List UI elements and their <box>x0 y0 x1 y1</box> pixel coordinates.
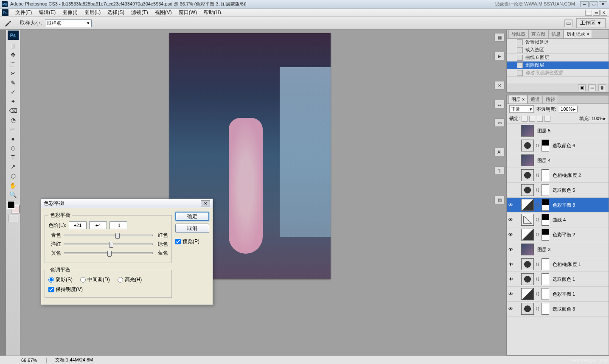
level-input-2[interactable] <box>89 221 107 229</box>
opacity-input[interactable]: 100%▸ <box>559 106 578 112</box>
tool-2[interactable]: ⬚ <box>8 59 19 69</box>
tab-navigator[interactable]: 导航器 <box>508 30 528 38</box>
history-delete-button[interactable]: 🗑 <box>598 84 606 91</box>
layer-thumbnail[interactable] <box>521 154 534 166</box>
layer-name[interactable]: 色彩平衡 2 <box>551 232 608 238</box>
link-icon[interactable]: ⛓ <box>536 307 540 311</box>
visibility-toggle[interactable] <box>508 157 514 163</box>
tool-9[interactable]: ▭ <box>8 125 19 134</box>
link-icon[interactable]: ⛓ <box>536 143 540 148</box>
visibility-toggle[interactable] <box>508 172 514 178</box>
history-item[interactable]: 设置帧延迟 <box>507 39 609 46</box>
history-new-snapshot-button[interactable]: ▣ <box>578 84 586 91</box>
visibility-toggle[interactable]: 👁 <box>508 276 514 282</box>
window-close-button[interactable]: ✕ <box>599 1 607 7</box>
menu-view[interactable]: 视图(V) <box>152 9 175 16</box>
layer-row[interactable]: 👁⛓选取颜色 3 <box>507 302 609 316</box>
color-swatches[interactable] <box>7 201 19 213</box>
visibility-toggle[interactable] <box>508 128 514 134</box>
cyan-red-slider[interactable] <box>64 235 153 236</box>
visibility-toggle[interactable] <box>508 143 514 148</box>
tool-11[interactable]: ⬯ <box>8 143 19 153</box>
dock-icon-3[interactable]: ✕ <box>494 81 505 90</box>
lock-all-button[interactable] <box>544 116 550 122</box>
tab-layers[interactable]: 图层 × <box>508 95 528 104</box>
layer-thumbnail[interactable] <box>521 184 534 196</box>
layer-name[interactable]: 选取颜色 3 <box>551 306 608 312</box>
lock-pixels-button[interactable] <box>529 116 535 122</box>
history-new-doc-button[interactable]: ▭ <box>588 84 596 91</box>
tab-histogram[interactable]: 直方图 <box>528 30 548 38</box>
screen-mode-icon[interactable]: ▭ <box>564 20 573 27</box>
layer-thumbnail[interactable] <box>521 125 534 137</box>
layer-name[interactable]: 图层 5 <box>536 128 608 134</box>
tab-info[interactable]: 信息 <box>548 30 564 38</box>
shadows-radio[interactable]: 阴影(S) <box>48 276 73 283</box>
tool-1[interactable]: ✥ <box>8 50 19 59</box>
layer-name[interactable]: 选取颜色 6 <box>551 143 608 149</box>
menu-help[interactable]: 帮助(H) <box>200 9 225 16</box>
dialog-close-button[interactable]: ✕ <box>201 200 210 207</box>
tool-4[interactable]: ✎ <box>8 78 19 87</box>
layer-thumbnail[interactable] <box>521 199 534 211</box>
layer-row[interactable]: 👁⛓曲线 4 <box>507 213 609 227</box>
layer-thumbnail[interactable] <box>521 273 534 285</box>
midtones-radio[interactable]: 中间调(D) <box>80 276 110 283</box>
menu-edit[interactable]: 编辑(E) <box>35 9 59 16</box>
history-item[interactable]: 曲线 6 图层 <box>507 54 609 62</box>
layer-thumbnail[interactable] <box>521 169 534 181</box>
canvas-area[interactable]: 色彩平衡 ✕ 色彩平衡 色阶(L): 青色 <box>20 30 493 356</box>
visibility-toggle[interactable]: 👁 <box>508 232 514 238</box>
toolbox-grip[interactable] <box>0 30 6 356</box>
tool-12[interactable]: T <box>8 153 19 162</box>
layer-mask-thumbnail[interactable] <box>542 169 549 181</box>
window-maximize-button[interactable]: ▭ <box>589 1 598 7</box>
doc-minimize-button[interactable]: ─ <box>585 10 592 16</box>
tool-5[interactable]: ✓ <box>8 87 19 97</box>
tab-channels[interactable]: 通道 <box>528 95 543 104</box>
layer-thumbnail[interactable] <box>521 258 534 270</box>
menu-image[interactable]: 图像(I) <box>59 9 81 16</box>
layer-name[interactable]: 色彩平衡 1 <box>551 291 608 297</box>
history-item[interactable]: 载入选区 <box>507 46 609 54</box>
doc-close-button[interactable]: ✕ <box>601 10 607 16</box>
quick-mask-button[interactable] <box>8 215 18 222</box>
layer-row[interactable]: 图层 4 <box>507 153 609 168</box>
link-icon[interactable]: ⛓ <box>536 173 540 177</box>
menu-window[interactable]: 窗口(W) <box>175 9 200 16</box>
tool-6[interactable]: ✦ <box>8 97 19 106</box>
layer-name[interactable]: 选取颜色 1 <box>551 276 608 283</box>
lock-transparency-button[interactable] <box>522 116 528 122</box>
link-icon[interactable]: ⛓ <box>536 292 540 296</box>
layer-name[interactable]: 色相/饱和度 2 <box>551 172 608 179</box>
lock-position-button[interactable] <box>537 116 543 122</box>
preview-checkbox[interactable]: 预览(P) <box>175 238 209 245</box>
layer-name[interactable]: 图层 4 <box>536 157 608 164</box>
fill-input[interactable]: 100%▸ <box>592 116 606 121</box>
tab-history[interactable]: 历史记录 × <box>564 30 592 38</box>
layer-mask-thumbnail[interactable] <box>542 273 549 285</box>
visibility-toggle[interactable]: 👁 <box>508 291 514 297</box>
magenta-green-slider[interactable] <box>64 244 153 245</box>
yellow-blue-slider[interactable] <box>64 252 153 254</box>
link-icon[interactable]: ⛓ <box>536 277 540 281</box>
layer-row[interactable]: 👁⛓选取颜色 1 <box>507 272 609 287</box>
menu-layer[interactable]: 图层(L) <box>81 9 104 16</box>
layer-name[interactable]: 色彩平衡 3 <box>551 202 608 208</box>
visibility-toggle[interactable] <box>508 187 514 193</box>
link-icon[interactable]: ⛓ <box>536 203 540 207</box>
tab-paths[interactable]: 路径 <box>543 95 558 104</box>
layer-thumbnail[interactable] <box>521 140 534 151</box>
link-icon[interactable]: ⛓ <box>536 262 540 266</box>
cancel-button[interactable]: 取消 <box>175 224 209 233</box>
menu-file[interactable]: 文件(F) <box>12 9 35 16</box>
layer-mask-thumbnail[interactable] <box>542 184 549 196</box>
history-item[interactable]: 删除图层 <box>507 62 609 69</box>
layer-thumbnail[interactable] <box>521 303 534 315</box>
layer-row[interactable]: 👁⛓色彩平衡 3 <box>507 198 609 213</box>
visibility-toggle[interactable]: 👁 <box>508 202 514 208</box>
layer-row[interactable]: ⛓选取颜色 6 <box>507 138 609 153</box>
visibility-toggle[interactable]: 👁 <box>508 306 514 312</box>
layer-thumbnail[interactable] <box>521 288 534 300</box>
level-input-1[interactable] <box>69 221 87 229</box>
